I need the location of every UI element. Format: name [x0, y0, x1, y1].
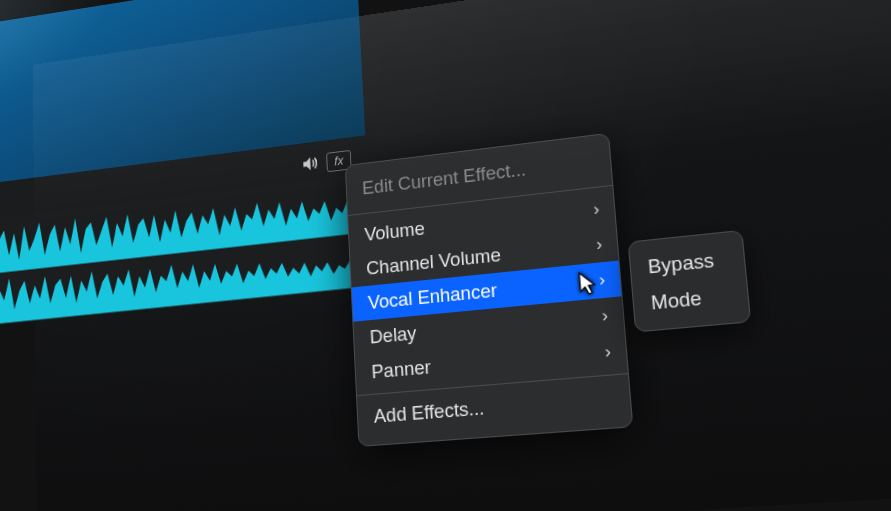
effects-context-menu[interactable]: Edit Current Effect... Volume › Channel …	[344, 132, 633, 446]
glare	[0, 0, 117, 114]
chevron-right-icon: ›	[601, 305, 609, 327]
chevron-right-icon: ›	[604, 341, 612, 363]
chevron-right-icon: ›	[595, 233, 603, 254]
menu-item-label: Delay	[369, 321, 417, 348]
chevron-right-icon: ›	[598, 269, 606, 291]
menu-item-label: Panner	[370, 355, 430, 383]
menu-item-label: Add Effects...	[373, 396, 485, 428]
vocal-enhancer-submenu[interactable]: Bypass Mode	[627, 229, 751, 332]
chevron-right-icon: ›	[592, 198, 600, 219]
menu-item-label: Mode	[650, 286, 702, 313]
menu-item-label: Volume	[364, 217, 425, 246]
menu-item-label: Bypass	[647, 248, 715, 277]
audio-output-icon[interactable]	[299, 153, 318, 173]
menu-item-label: Vocal Enhancer	[367, 279, 497, 314]
